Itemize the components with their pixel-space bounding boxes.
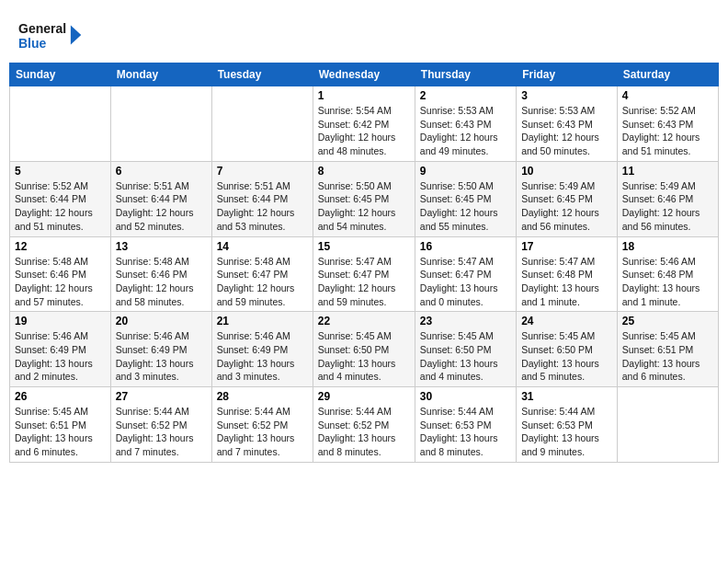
calendar-cell: 2Sunrise: 5:53 AM Sunset: 6:43 PM Daylig…: [415, 86, 516, 162]
calendar-cell: 25Sunrise: 5:45 AM Sunset: 6:51 PM Dayli…: [617, 312, 718, 387]
day-info: Sunrise: 5:49 AM Sunset: 6:45 PM Dayligh…: [521, 179, 612, 234]
svg-text:Blue: Blue: [18, 36, 47, 51]
day-info: Sunrise: 5:54 AM Sunset: 6:42 PM Dayligh…: [318, 104, 410, 158]
day-info: Sunrise: 5:44 AM Sunset: 6:52 PM Dayligh…: [217, 405, 308, 459]
day-info: Sunrise: 5:48 AM Sunset: 6:46 PM Dayligh…: [15, 255, 106, 309]
calendar-cell: 3Sunrise: 5:53 AM Sunset: 6:43 PM Daylig…: [517, 86, 618, 162]
day-number: 27: [116, 390, 207, 403]
day-info: Sunrise: 5:51 AM Sunset: 6:44 PM Dayligh…: [217, 179, 308, 234]
day-info: Sunrise: 5:44 AM Sunset: 6:52 PM Dayligh…: [116, 405, 207, 459]
day-number: 3: [521, 89, 612, 102]
day-number: 18: [622, 240, 713, 253]
day-info: Sunrise: 5:44 AM Sunset: 6:53 PM Dayligh…: [420, 405, 511, 459]
calendar-cell: 1Sunrise: 5:54 AM Sunset: 6:42 PM Daylig…: [313, 86, 415, 162]
calendar-cell: [110, 86, 211, 162]
calendar-cell: 18Sunrise: 5:46 AM Sunset: 6:48 PM Dayli…: [617, 236, 718, 312]
calendar-week-row: 1Sunrise: 5:54 AM Sunset: 6:42 PM Daylig…: [10, 86, 719, 162]
day-number: 2: [420, 89, 511, 102]
weekday-header-row: SundayMondayTuesdayWednesdayThursdayFrid…: [10, 63, 719, 86]
day-info: Sunrise: 5:51 AM Sunset: 6:44 PM Dayligh…: [116, 179, 207, 234]
day-info: Sunrise: 5:45 AM Sunset: 6:51 PM Dayligh…: [622, 329, 713, 384]
day-number: 29: [318, 390, 410, 403]
day-number: 28: [217, 390, 308, 403]
day-info: Sunrise: 5:46 AM Sunset: 6:48 PM Dayligh…: [622, 255, 713, 309]
calendar-cell: 16Sunrise: 5:47 AM Sunset: 6:47 PM Dayli…: [415, 236, 516, 312]
day-info: Sunrise: 5:47 AM Sunset: 6:47 PM Dayligh…: [318, 255, 410, 309]
calendar-cell: 22Sunrise: 5:45 AM Sunset: 6:50 PM Dayli…: [313, 312, 415, 387]
day-number: 15: [318, 240, 410, 253]
weekday-header: Friday: [517, 63, 618, 86]
day-number: 21: [217, 315, 308, 327]
calendar-cell: 10Sunrise: 5:49 AM Sunset: 6:45 PM Dayli…: [517, 161, 618, 236]
calendar-cell: 4Sunrise: 5:52 AM Sunset: 6:43 PM Daylig…: [617, 86, 718, 162]
calendar-cell: [211, 86, 313, 162]
day-info: Sunrise: 5:46 AM Sunset: 6:49 PM Dayligh…: [15, 329, 106, 384]
day-number: 31: [521, 390, 612, 403]
page-header: GeneralBlue: [9, 9, 719, 57]
day-number: 24: [521, 315, 612, 327]
day-number: 17: [521, 240, 612, 253]
calendar-cell: 30Sunrise: 5:44 AM Sunset: 6:53 PM Dayli…: [415, 387, 516, 463]
calendar-cell: 20Sunrise: 5:46 AM Sunset: 6:49 PM Dayli…: [110, 312, 211, 387]
svg-marker-2: [71, 26, 81, 45]
weekday-header: Thursday: [415, 63, 516, 86]
day-info: Sunrise: 5:45 AM Sunset: 6:51 PM Dayligh…: [15, 405, 106, 459]
calendar-cell: 13Sunrise: 5:48 AM Sunset: 6:46 PM Dayli…: [110, 236, 211, 312]
svg-text:General: General: [18, 21, 66, 36]
day-info: Sunrise: 5:52 AM Sunset: 6:44 PM Dayligh…: [15, 179, 106, 234]
calendar-week-row: 12Sunrise: 5:48 AM Sunset: 6:46 PM Dayli…: [10, 236, 719, 312]
calendar-week-row: 26Sunrise: 5:45 AM Sunset: 6:51 PM Dayli…: [10, 387, 719, 463]
calendar-cell: 9Sunrise: 5:50 AM Sunset: 6:45 PM Daylig…: [415, 161, 516, 236]
day-number: 6: [116, 165, 207, 178]
weekday-header: Sunday: [10, 63, 111, 86]
calendar-cell: 26Sunrise: 5:45 AM Sunset: 6:51 PM Dayli…: [10, 387, 111, 463]
calendar-cell: 11Sunrise: 5:49 AM Sunset: 6:46 PM Dayli…: [617, 161, 718, 236]
day-number: 5: [15, 165, 106, 178]
day-number: 4: [622, 89, 713, 102]
day-info: Sunrise: 5:47 AM Sunset: 6:47 PM Dayligh…: [420, 255, 511, 309]
day-info: Sunrise: 5:48 AM Sunset: 6:47 PM Dayligh…: [217, 255, 308, 309]
day-number: 11: [622, 165, 713, 178]
calendar-week-row: 19Sunrise: 5:46 AM Sunset: 6:49 PM Dayli…: [10, 312, 719, 387]
day-info: Sunrise: 5:46 AM Sunset: 6:49 PM Dayligh…: [217, 329, 308, 384]
weekday-header: Tuesday: [211, 63, 313, 86]
calendar-cell: 17Sunrise: 5:47 AM Sunset: 6:48 PM Dayli…: [517, 236, 618, 312]
weekday-header: Monday: [110, 63, 211, 86]
day-number: 12: [15, 240, 106, 253]
calendar-cell: 29Sunrise: 5:44 AM Sunset: 6:52 PM Dayli…: [313, 387, 415, 463]
calendar-cell: 27Sunrise: 5:44 AM Sunset: 6:52 PM Dayli…: [110, 387, 211, 463]
day-info: Sunrise: 5:50 AM Sunset: 6:45 PM Dayligh…: [318, 179, 410, 234]
calendar-table: SundayMondayTuesdayWednesdayThursdayFrid…: [9, 63, 719, 463]
day-number: 19: [15, 315, 106, 327]
calendar-cell: [10, 86, 111, 162]
calendar-cell: 28Sunrise: 5:44 AM Sunset: 6:52 PM Dayli…: [211, 387, 313, 463]
calendar-cell: 15Sunrise: 5:47 AM Sunset: 6:47 PM Dayli…: [313, 236, 415, 312]
calendar-cell: 6Sunrise: 5:51 AM Sunset: 6:44 PM Daylig…: [110, 161, 211, 236]
day-info: Sunrise: 5:46 AM Sunset: 6:49 PM Dayligh…: [116, 329, 207, 384]
calendar-cell: 21Sunrise: 5:46 AM Sunset: 6:49 PM Dayli…: [211, 312, 313, 387]
day-number: 20: [116, 315, 207, 327]
day-number: 25: [622, 315, 713, 327]
calendar-cell: 19Sunrise: 5:46 AM Sunset: 6:49 PM Dayli…: [10, 312, 111, 387]
calendar-cell: 5Sunrise: 5:52 AM Sunset: 6:44 PM Daylig…: [10, 161, 111, 236]
calendar-cell: 24Sunrise: 5:45 AM Sunset: 6:50 PM Dayli…: [517, 312, 618, 387]
day-info: Sunrise: 5:44 AM Sunset: 6:52 PM Dayligh…: [318, 405, 410, 459]
day-number: 8: [318, 165, 410, 178]
day-number: 14: [217, 240, 308, 253]
day-info: Sunrise: 5:48 AM Sunset: 6:46 PM Dayligh…: [116, 255, 207, 309]
day-info: Sunrise: 5:45 AM Sunset: 6:50 PM Dayligh…: [521, 329, 612, 384]
logo-svg: GeneralBlue: [18, 17, 83, 53]
calendar-week-row: 5Sunrise: 5:52 AM Sunset: 6:44 PM Daylig…: [10, 161, 719, 236]
day-number: 1: [318, 89, 410, 102]
day-number: 23: [420, 315, 511, 327]
logo: GeneralBlue: [18, 17, 83, 53]
day-number: 9: [420, 165, 511, 178]
day-number: 26: [15, 390, 106, 403]
day-number: 10: [521, 165, 612, 178]
day-info: Sunrise: 5:53 AM Sunset: 6:43 PM Dayligh…: [521, 104, 612, 158]
day-info: Sunrise: 5:45 AM Sunset: 6:50 PM Dayligh…: [318, 329, 410, 384]
calendar-cell: [617, 387, 718, 463]
day-info: Sunrise: 5:49 AM Sunset: 6:46 PM Dayligh…: [622, 179, 713, 234]
day-number: 7: [217, 165, 308, 178]
day-info: Sunrise: 5:53 AM Sunset: 6:43 PM Dayligh…: [420, 104, 511, 158]
